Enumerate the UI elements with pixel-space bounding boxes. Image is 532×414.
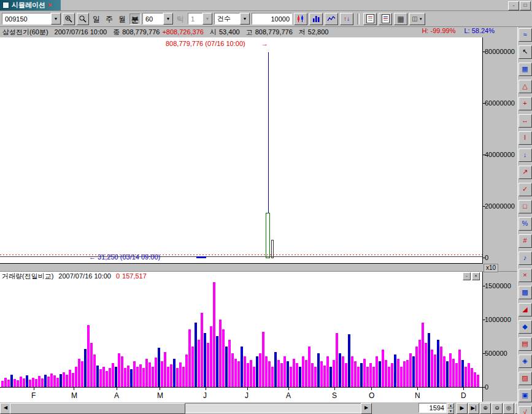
volume-bar xyxy=(259,353,261,387)
axis-tick-icon xyxy=(483,155,485,155)
side-tool-button-14[interactable]: ♪ xyxy=(519,251,532,265)
scroll-right-button[interactable]: ▶ xyxy=(361,403,372,414)
minute-interval-select[interactable]: 60 ▼ xyxy=(142,13,173,25)
annotation-arrow-icon: → xyxy=(261,40,268,47)
volume-bar xyxy=(26,375,28,387)
side-tool-button-21[interactable]: ▨ xyxy=(519,372,532,385)
volume-bar xyxy=(418,340,421,387)
side-tool-button-3[interactable]: ▦ xyxy=(519,63,532,76)
month-label: O xyxy=(369,391,374,400)
compare-arrows-button[interactable]: ↑ ↓ xyxy=(340,13,353,25)
side-tool-button-1[interactable]: ≈ xyxy=(519,28,532,42)
volume-bar xyxy=(471,368,473,387)
volume-bar xyxy=(225,347,228,387)
volume-bar xyxy=(250,360,252,387)
volume-bar xyxy=(7,380,10,387)
side-tool-button-16[interactable]: ▩ xyxy=(519,286,532,299)
volume-bar xyxy=(38,376,40,387)
side-tool-button-2[interactable]: ↖ xyxy=(519,45,532,59)
chart-menu-button[interactable]: ◫ ▼ xyxy=(409,13,425,25)
chart-splitter[interactable] xyxy=(0,264,532,272)
side-tool-button-10[interactable]: ✓ xyxy=(519,183,532,196)
period-day-button[interactable]: 일 xyxy=(91,13,102,25)
side-tool-button-22[interactable]: ▣ xyxy=(519,389,532,402)
side-tool-button-17[interactable]: ◢ xyxy=(519,303,532,316)
side-tool-button-20[interactable]: ◈ xyxy=(519,355,532,368)
volume-bar xyxy=(339,353,341,387)
volume-bar xyxy=(130,369,133,387)
volume-bar xyxy=(262,332,264,387)
stock-search-plus-button[interactable] xyxy=(63,13,75,25)
panel-minimize-icon[interactable]: - xyxy=(463,272,471,280)
volume-bar xyxy=(93,355,96,387)
candle-chart-button[interactable] xyxy=(294,13,307,25)
screen-split-button[interactable]: ▦ xyxy=(394,13,407,25)
side-tool-button-8[interactable]: ↓ xyxy=(519,148,532,162)
chevron-down-icon[interactable]: ▼ xyxy=(51,13,61,25)
volume-bar xyxy=(385,360,387,387)
side-tool-button-19[interactable]: ▤ xyxy=(519,337,532,351)
spin-up-icon[interactable]: ▲ xyxy=(447,403,454,408)
tab-close-icon[interactable]: × xyxy=(48,2,52,9)
bottom-nav-button-3[interactable]: ⊕ xyxy=(480,403,491,414)
side-tool-button-12[interactable]: % xyxy=(519,217,532,231)
stock-search-button[interactable] xyxy=(77,13,89,25)
stock-code-value[interactable]: 009150 xyxy=(2,13,51,25)
side-tool-button-23[interactable]: √ xyxy=(519,406,532,414)
axis-tick-icon xyxy=(483,206,485,207)
high-annotation: 808,779,776 (07/16 10:00) xyxy=(166,40,245,47)
side-tool-button-11[interactable]: □ xyxy=(519,200,532,213)
bottom-nav-button-5[interactable]: ◎ xyxy=(503,403,514,414)
volume-bar xyxy=(400,367,403,387)
side-tool-button-18[interactable]: ◆ xyxy=(519,320,532,334)
chevron-down-icon: ▼ xyxy=(419,17,423,21)
side-tool-button-6[interactable]: ↔ xyxy=(519,114,532,128)
bottom-nav-button-2[interactable]: ▶| xyxy=(468,403,479,414)
spin-down-icon[interactable]: ▼ xyxy=(447,408,454,414)
volume-bar xyxy=(136,367,139,387)
minimize-button[interactable]: - xyxy=(508,1,519,10)
visible-bar-count-input[interactable] xyxy=(418,403,447,413)
side-tool-button-4[interactable]: △ xyxy=(519,80,532,93)
volume-chart-plot[interactable] xyxy=(0,280,483,388)
high-label: 고 xyxy=(246,28,253,37)
panel-close-icon[interactable]: × xyxy=(472,272,480,280)
period-week-button[interactable]: 주 xyxy=(104,13,115,25)
volume-bar xyxy=(167,367,169,387)
volume-bar xyxy=(283,356,286,387)
month-tick-icon xyxy=(334,388,335,390)
side-tool-button-13[interactable]: # xyxy=(519,234,532,248)
volume-bar xyxy=(112,363,114,387)
new-chart-button[interactable] xyxy=(363,13,377,25)
minute-interval-value[interactable]: 60 xyxy=(142,13,163,25)
bottom-nav-button-1[interactable]: ▶ xyxy=(457,403,468,414)
volume-bar xyxy=(10,375,13,387)
period-minute-button[interactable]: 분 xyxy=(129,13,141,25)
count-type-select[interactable]: 건수 ▼ xyxy=(214,13,250,25)
side-tool-button-15[interactable]: × xyxy=(519,269,532,282)
copy-chart-button[interactable] xyxy=(379,13,392,25)
volume-bar xyxy=(409,353,412,387)
bar-count-input[interactable] xyxy=(252,13,292,25)
volume-bar xyxy=(204,333,206,387)
count-type-value[interactable]: 건수 xyxy=(214,13,240,25)
chevron-down-icon[interactable]: ▼ xyxy=(240,13,250,25)
chart-toolbar: 009150 ▼ 일 주 월 분 60 ▼ 틱 1 ▼ xyxy=(0,11,532,27)
price-chart-plot[interactable]: 808,779,776 (07/16 10:00) → ← 31,250 (03… xyxy=(0,37,483,264)
volume-bar xyxy=(41,378,44,387)
restore-button[interactable]: □ xyxy=(520,1,531,10)
scrollbar-thumb[interactable] xyxy=(10,403,185,414)
period-month-button[interactable]: 월 xyxy=(117,13,128,25)
stock-code-combo[interactable]: 009150 ▼ xyxy=(2,13,61,25)
chevron-down-icon[interactable]: ▼ xyxy=(163,13,173,25)
side-tool-button-5[interactable]: + xyxy=(519,97,532,110)
bottom-nav-button-4[interactable]: ⊖ xyxy=(492,403,503,414)
side-tool-button-9[interactable]: ↗ xyxy=(519,166,532,179)
volume-bar xyxy=(302,356,304,387)
window-tab-simulation[interactable]: 시뮬레이션 × xyxy=(0,0,61,10)
side-tool-button-7[interactable]: I xyxy=(519,131,532,145)
line-chart-button[interactable] xyxy=(325,13,338,25)
axis-multiplier-label: x10 xyxy=(484,264,498,272)
bar-chart-button[interactable] xyxy=(309,13,323,25)
volume-bar xyxy=(271,367,274,387)
